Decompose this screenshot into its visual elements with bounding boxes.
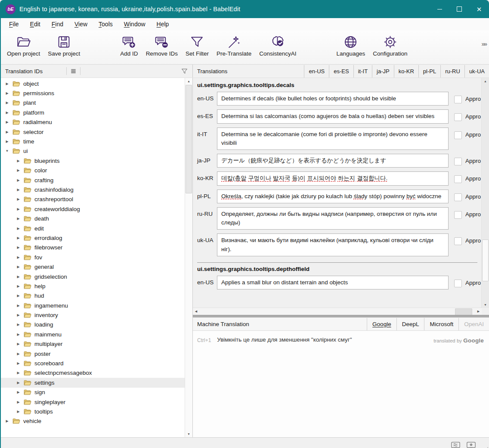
expand-arrow-icon[interactable]: ▶: [15, 197, 21, 201]
translation-input-ja-jp[interactable]: デカール（銃痕や足跡など）を表示するかどうかを決定します: [217, 154, 449, 168]
tree-item-scoreboard[interactable]: ▶scoreboard: [0, 358, 185, 368]
collapse-arrow-icon[interactable]: ▼: [4, 149, 10, 153]
tree-item-settings[interactable]: ▶settings: [0, 378, 185, 387]
expand-arrow-icon[interactable]: ▶: [15, 159, 21, 163]
mt-suggestion-row[interactable]: Ctrl+1 Увімкніть це лише для зменшення "…: [193, 331, 489, 344]
language-tab-pl-pl[interactable]: pl-PL: [418, 65, 440, 78]
expand-arrow-icon[interactable]: ▶: [15, 217, 21, 221]
language-tab-ja-jp[interactable]: ja-JP: [372, 65, 394, 78]
tree-item-hud[interactable]: ▶hud: [0, 291, 185, 301]
expand-arrow-icon[interactable]: ▶: [15, 207, 21, 211]
scroll-right-arrow-icon[interactable]: ▶: [475, 308, 482, 315]
expand-arrow-icon[interactable]: ▶: [15, 361, 21, 365]
tree-item-fov[interactable]: ▶fov: [0, 252, 185, 262]
expand-arrow-icon[interactable]: ▶: [15, 227, 21, 230]
approved-checkbox[interactable]: [454, 113, 462, 121]
scroll-up-arrow-icon[interactable]: ▲: [185, 78, 192, 84]
tree-item-createworlddialog[interactable]: ▶createworlddialog: [0, 204, 185, 214]
expand-arrow-icon[interactable]: ▶: [15, 323, 21, 327]
tree-item-object[interactable]: ▶object: [0, 79, 185, 88]
translations-scrollbar-thumb[interactable]: [482, 240, 489, 281]
tree-item-crashinfodialog[interactable]: ▶crashinfodialog: [0, 185, 185, 194]
tree-scrollbar-thumb[interactable]: [186, 85, 192, 193]
open-project-button[interactable]: Open project: [7, 34, 40, 57]
language-tab-ko-kr[interactable]: ko-KR: [394, 65, 418, 78]
tree-item-poster[interactable]: ▶poster: [0, 349, 185, 358]
expand-arrow-icon[interactable]: ▶: [4, 111, 10, 115]
expand-arrow-icon[interactable]: ▶: [15, 371, 21, 375]
tree-item-mainmenu[interactable]: ▶mainmenu: [0, 330, 185, 339]
tree-item-radialmenu[interactable]: ▶radialmenu: [0, 118, 185, 127]
scroll-left-arrow-icon[interactable]: ◀: [193, 308, 199, 315]
expand-arrow-icon[interactable]: ▶: [15, 381, 21, 385]
menu-item-find[interactable]: Find: [46, 19, 69, 29]
expand-arrow-icon[interactable]: ▶: [15, 410, 21, 414]
provider-tab-deepl[interactable]: DeepL: [396, 318, 424, 330]
horizontal-scrollbar-thumb[interactable]: [455, 308, 472, 315]
tree-item-sign[interactable]: ▶sign: [0, 388, 185, 397]
tree-item-color[interactable]: ▶color: [0, 166, 185, 175]
scroll-down-arrow-icon[interactable]: ▼: [482, 302, 489, 308]
menu-item-tools[interactable]: Tools: [93, 19, 118, 29]
tree-item-loading[interactable]: ▶loading: [0, 320, 185, 330]
tree-item-blueprints[interactable]: ▶blueprints: [0, 156, 185, 165]
close-button[interactable]: ✕: [469, 0, 489, 18]
expand-arrow-icon[interactable]: ▶: [4, 140, 10, 143]
tree-item-singleplayer[interactable]: ▶singleplayer: [0, 397, 185, 407]
expand-arrow-icon[interactable]: ▶: [15, 294, 21, 298]
translation-input-uk-ua[interactable]: Визначає, чи мають бути видимі наклейки …: [217, 233, 449, 256]
tree-vertical-scrollbar[interactable]: ▲ ▼: [185, 78, 192, 437]
tree-item-permissions[interactable]: ▶permissions: [0, 88, 185, 98]
translation-input-ru-ru[interactable]: Определяет, должны ли быть видны надписи…: [217, 207, 449, 230]
expand-arrow-icon[interactable]: ▶: [4, 130, 10, 134]
translation-input-es-es[interactable]: Determina si las calcomanías (como aguje…: [217, 109, 449, 123]
expand-arrow-icon[interactable]: ▶: [4, 419, 10, 423]
tree-menu-button[interactable]: [66, 67, 80, 75]
tree-item-tooltips[interactable]: ▶tooltips: [0, 407, 185, 416]
save-project-button[interactable]: Save project: [48, 34, 80, 57]
maximize-button[interactable]: [449, 0, 469, 18]
minimize-button[interactable]: [430, 0, 449, 18]
translation-input-pl-pl[interactable]: Określa, czy naklejki (takie jak dziury …: [217, 190, 449, 203]
tree-item-crashreporttool[interactable]: ▶crashreporttool: [0, 195, 185, 204]
tree-item-help[interactable]: ▶help: [0, 281, 185, 291]
expand-arrow-icon[interactable]: ▶: [4, 91, 10, 95]
tree-filter-button[interactable]: [181, 68, 188, 75]
menu-item-window[interactable]: Window: [118, 19, 151, 29]
configuration-button[interactable]: Configuration: [373, 34, 407, 57]
tree-item-inventory[interactable]: ▶inventory: [0, 310, 185, 320]
rate-icon[interactable]: [466, 441, 477, 448]
expand-arrow-icon[interactable]: ▶: [15, 304, 21, 308]
expand-arrow-icon[interactable]: ▶: [4, 120, 10, 124]
set-filter-button[interactable]: Set Filter: [186, 34, 209, 57]
translation-input-ko-kr[interactable]: 데칼(총알 구멍이나 발자국 등)이 표시되어야 하는지 결정합니다.: [217, 171, 449, 185]
language-tab-es-es[interactable]: es-ES: [329, 65, 353, 78]
language-tab-uk-ua[interactable]: uk-UA: [464, 65, 489, 78]
approved-checkbox[interactable]: [454, 280, 462, 287]
menu-item-help[interactable]: Help: [151, 19, 175, 29]
translations-vertical-scrollbar[interactable]: ▲ ▼: [481, 78, 489, 308]
expand-arrow-icon[interactable]: ▶: [15, 400, 21, 404]
consistencyai-button[interactable]: ConsistencyAI: [259, 34, 296, 57]
tree-item-general[interactable]: ▶general: [0, 262, 185, 271]
language-tab-en-us[interactable]: en-US: [304, 65, 329, 78]
tree-item-platform[interactable]: ▶platform: [0, 108, 185, 117]
tree-item-vehicle[interactable]: ▶vehicle: [0, 417, 185, 426]
expand-arrow-icon[interactable]: ▶: [15, 236, 21, 240]
approved-checkbox[interactable]: [454, 237, 462, 245]
tree-item-time[interactable]: ▶time: [0, 137, 185, 146]
toolbar-overflow-chevron[interactable]: »»: [481, 40, 486, 47]
translation-input-it-it[interactable]: Determina se le decalcomanie (come fori …: [217, 128, 449, 150]
expand-arrow-icon[interactable]: ▶: [15, 255, 21, 259]
expand-arrow-icon[interactable]: ▶: [15, 333, 21, 336]
remove-ids-button[interactable]: Remove IDs: [146, 34, 178, 57]
scroll-down-arrow-icon[interactable]: ▼: [185, 431, 192, 437]
approved-checkbox[interactable]: [454, 211, 462, 219]
tree-item-ui[interactable]: ▼ui: [0, 146, 185, 156]
tree-item-edit[interactable]: ▶edit: [0, 224, 185, 233]
tree-item-ingamemenu[interactable]: ▶ingamemenu: [0, 301, 185, 310]
expand-arrow-icon[interactable]: ▶: [15, 284, 21, 288]
expand-arrow-icon[interactable]: ▶: [15, 188, 21, 192]
expand-arrow-icon[interactable]: ▶: [15, 265, 21, 269]
expand-arrow-icon[interactable]: ▶: [4, 101, 10, 105]
